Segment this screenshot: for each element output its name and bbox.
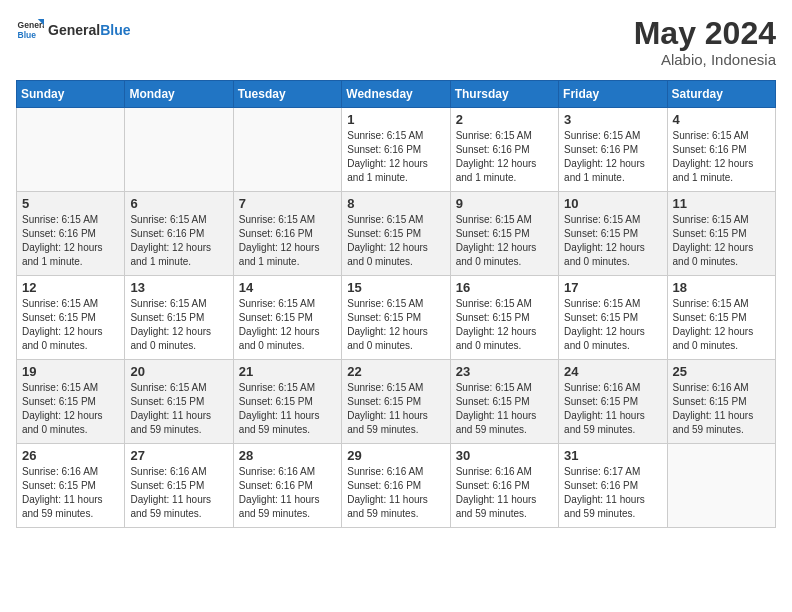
- calendar-week-row: 5Sunrise: 6:15 AM Sunset: 6:16 PM Daylig…: [17, 192, 776, 276]
- calendar-day-3: 3Sunrise: 6:15 AM Sunset: 6:16 PM Daylig…: [559, 108, 667, 192]
- day-info: Sunrise: 6:15 AM Sunset: 6:15 PM Dayligh…: [239, 297, 336, 353]
- day-number: 20: [130, 364, 227, 379]
- day-number: 10: [564, 196, 661, 211]
- calendar-day-28: 28Sunrise: 6:16 AM Sunset: 6:16 PM Dayli…: [233, 444, 341, 528]
- day-number: 19: [22, 364, 119, 379]
- day-info: Sunrise: 6:15 AM Sunset: 6:15 PM Dayligh…: [239, 381, 336, 437]
- day-info: Sunrise: 6:15 AM Sunset: 6:15 PM Dayligh…: [22, 381, 119, 437]
- day-number: 11: [673, 196, 770, 211]
- calendar-day-empty: [233, 108, 341, 192]
- day-info: Sunrise: 6:15 AM Sunset: 6:16 PM Dayligh…: [239, 213, 336, 269]
- day-info: Sunrise: 6:15 AM Sunset: 6:15 PM Dayligh…: [564, 213, 661, 269]
- day-info: Sunrise: 6:15 AM Sunset: 6:15 PM Dayligh…: [22, 297, 119, 353]
- day-number: 8: [347, 196, 444, 211]
- calendar-week-row: 12Sunrise: 6:15 AM Sunset: 6:15 PM Dayli…: [17, 276, 776, 360]
- day-number: 16: [456, 280, 553, 295]
- calendar-day-8: 8Sunrise: 6:15 AM Sunset: 6:15 PM Daylig…: [342, 192, 450, 276]
- weekday-header-monday: Monday: [125, 81, 233, 108]
- calendar-day-5: 5Sunrise: 6:15 AM Sunset: 6:16 PM Daylig…: [17, 192, 125, 276]
- day-info: Sunrise: 6:15 AM Sunset: 6:15 PM Dayligh…: [673, 297, 770, 353]
- calendar-day-24: 24Sunrise: 6:16 AM Sunset: 6:15 PM Dayli…: [559, 360, 667, 444]
- page-header: General Blue GeneralBlue May 2024 Alabio…: [16, 16, 776, 68]
- calendar-day-26: 26Sunrise: 6:16 AM Sunset: 6:15 PM Dayli…: [17, 444, 125, 528]
- day-info: Sunrise: 6:15 AM Sunset: 6:16 PM Dayligh…: [347, 129, 444, 185]
- day-number: 24: [564, 364, 661, 379]
- general-blue-logo-icon: General Blue: [16, 16, 44, 44]
- day-number: 1: [347, 112, 444, 127]
- calendar-day-empty: [17, 108, 125, 192]
- day-info: Sunrise: 6:17 AM Sunset: 6:16 PM Dayligh…: [564, 465, 661, 521]
- day-number: 25: [673, 364, 770, 379]
- calendar-week-row: 1Sunrise: 6:15 AM Sunset: 6:16 PM Daylig…: [17, 108, 776, 192]
- day-number: 17: [564, 280, 661, 295]
- day-info: Sunrise: 6:16 AM Sunset: 6:15 PM Dayligh…: [22, 465, 119, 521]
- calendar-day-17: 17Sunrise: 6:15 AM Sunset: 6:15 PM Dayli…: [559, 276, 667, 360]
- day-info: Sunrise: 6:15 AM Sunset: 6:16 PM Dayligh…: [456, 129, 553, 185]
- weekday-header-row: SundayMondayTuesdayWednesdayThursdayFrid…: [17, 81, 776, 108]
- day-info: Sunrise: 6:15 AM Sunset: 6:15 PM Dayligh…: [564, 297, 661, 353]
- calendar-day-13: 13Sunrise: 6:15 AM Sunset: 6:15 PM Dayli…: [125, 276, 233, 360]
- calendar-day-7: 7Sunrise: 6:15 AM Sunset: 6:16 PM Daylig…: [233, 192, 341, 276]
- svg-text:Blue: Blue: [18, 30, 37, 40]
- calendar-day-18: 18Sunrise: 6:15 AM Sunset: 6:15 PM Dayli…: [667, 276, 775, 360]
- day-info: Sunrise: 6:15 AM Sunset: 6:15 PM Dayligh…: [130, 381, 227, 437]
- weekday-header-tuesday: Tuesday: [233, 81, 341, 108]
- calendar-day-20: 20Sunrise: 6:15 AM Sunset: 6:15 PM Dayli…: [125, 360, 233, 444]
- day-number: 9: [456, 196, 553, 211]
- calendar-day-12: 12Sunrise: 6:15 AM Sunset: 6:15 PM Dayli…: [17, 276, 125, 360]
- calendar-day-30: 30Sunrise: 6:16 AM Sunset: 6:16 PM Dayli…: [450, 444, 558, 528]
- day-number: 21: [239, 364, 336, 379]
- calendar-week-row: 19Sunrise: 6:15 AM Sunset: 6:15 PM Dayli…: [17, 360, 776, 444]
- calendar-day-19: 19Sunrise: 6:15 AM Sunset: 6:15 PM Dayli…: [17, 360, 125, 444]
- logo-general: General: [48, 22, 100, 38]
- calendar-day-15: 15Sunrise: 6:15 AM Sunset: 6:15 PM Dayli…: [342, 276, 450, 360]
- day-info: Sunrise: 6:15 AM Sunset: 6:15 PM Dayligh…: [347, 381, 444, 437]
- day-info: Sunrise: 6:15 AM Sunset: 6:15 PM Dayligh…: [347, 297, 444, 353]
- calendar-day-29: 29Sunrise: 6:16 AM Sunset: 6:16 PM Dayli…: [342, 444, 450, 528]
- day-info: Sunrise: 6:15 AM Sunset: 6:15 PM Dayligh…: [130, 297, 227, 353]
- weekday-header-wednesday: Wednesday: [342, 81, 450, 108]
- calendar-day-10: 10Sunrise: 6:15 AM Sunset: 6:15 PM Dayli…: [559, 192, 667, 276]
- day-info: Sunrise: 6:15 AM Sunset: 6:15 PM Dayligh…: [456, 381, 553, 437]
- calendar-day-22: 22Sunrise: 6:15 AM Sunset: 6:15 PM Dayli…: [342, 360, 450, 444]
- logo: General Blue GeneralBlue: [16, 16, 130, 44]
- day-number: 26: [22, 448, 119, 463]
- calendar-day-11: 11Sunrise: 6:15 AM Sunset: 6:15 PM Dayli…: [667, 192, 775, 276]
- location-subtitle: Alabio, Indonesia: [634, 51, 776, 68]
- day-info: Sunrise: 6:16 AM Sunset: 6:15 PM Dayligh…: [564, 381, 661, 437]
- calendar-day-23: 23Sunrise: 6:15 AM Sunset: 6:15 PM Dayli…: [450, 360, 558, 444]
- day-info: Sunrise: 6:15 AM Sunset: 6:15 PM Dayligh…: [456, 213, 553, 269]
- logo-blue: Blue: [100, 22, 130, 38]
- day-info: Sunrise: 6:16 AM Sunset: 6:15 PM Dayligh…: [673, 381, 770, 437]
- calendar-day-2: 2Sunrise: 6:15 AM Sunset: 6:16 PM Daylig…: [450, 108, 558, 192]
- calendar-day-27: 27Sunrise: 6:16 AM Sunset: 6:15 PM Dayli…: [125, 444, 233, 528]
- day-info: Sunrise: 6:16 AM Sunset: 6:15 PM Dayligh…: [130, 465, 227, 521]
- calendar-day-16: 16Sunrise: 6:15 AM Sunset: 6:15 PM Dayli…: [450, 276, 558, 360]
- calendar-day-9: 9Sunrise: 6:15 AM Sunset: 6:15 PM Daylig…: [450, 192, 558, 276]
- day-number: 31: [564, 448, 661, 463]
- day-info: Sunrise: 6:15 AM Sunset: 6:16 PM Dayligh…: [673, 129, 770, 185]
- calendar-day-21: 21Sunrise: 6:15 AM Sunset: 6:15 PM Dayli…: [233, 360, 341, 444]
- month-title: May 2024: [634, 16, 776, 51]
- day-number: 7: [239, 196, 336, 211]
- day-info: Sunrise: 6:15 AM Sunset: 6:15 PM Dayligh…: [673, 213, 770, 269]
- day-number: 2: [456, 112, 553, 127]
- day-number: 3: [564, 112, 661, 127]
- day-info: Sunrise: 6:16 AM Sunset: 6:16 PM Dayligh…: [456, 465, 553, 521]
- day-number: 23: [456, 364, 553, 379]
- calendar-day-empty: [667, 444, 775, 528]
- day-number: 15: [347, 280, 444, 295]
- day-number: 18: [673, 280, 770, 295]
- weekday-header-sunday: Sunday: [17, 81, 125, 108]
- weekday-header-saturday: Saturday: [667, 81, 775, 108]
- day-number: 5: [22, 196, 119, 211]
- calendar-day-empty: [125, 108, 233, 192]
- day-info: Sunrise: 6:16 AM Sunset: 6:16 PM Dayligh…: [239, 465, 336, 521]
- day-info: Sunrise: 6:15 AM Sunset: 6:16 PM Dayligh…: [564, 129, 661, 185]
- day-info: Sunrise: 6:15 AM Sunset: 6:15 PM Dayligh…: [347, 213, 444, 269]
- calendar-day-6: 6Sunrise: 6:15 AM Sunset: 6:16 PM Daylig…: [125, 192, 233, 276]
- day-number: 4: [673, 112, 770, 127]
- calendar-day-25: 25Sunrise: 6:16 AM Sunset: 6:15 PM Dayli…: [667, 360, 775, 444]
- calendar-week-row: 26Sunrise: 6:16 AM Sunset: 6:15 PM Dayli…: [17, 444, 776, 528]
- calendar-table: SundayMondayTuesdayWednesdayThursdayFrid…: [16, 80, 776, 528]
